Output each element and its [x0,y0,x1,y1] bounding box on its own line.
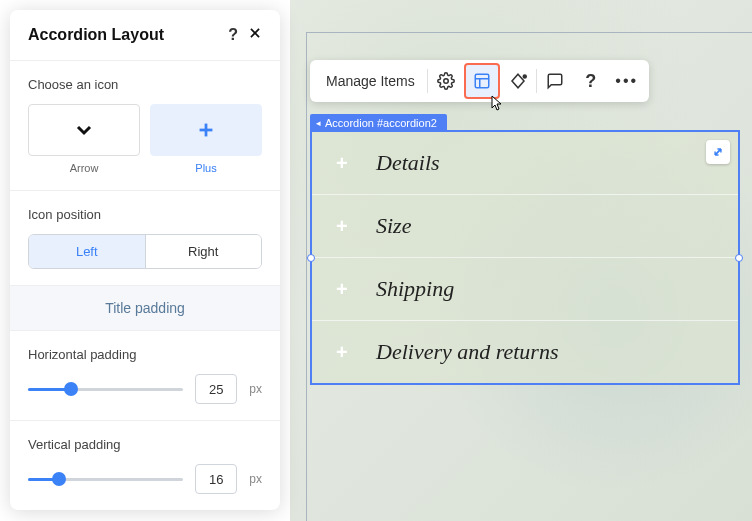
position-left-button[interactable]: Left [29,235,145,268]
resize-handle-right[interactable] [735,254,743,262]
accordion-item[interactable]: + Size [312,195,738,258]
accordion-item-title: Size [376,213,411,239]
plus-icon [195,119,217,141]
plus-icon: + [336,278,356,301]
horizontal-padding-input[interactable] [195,374,237,404]
vertical-padding-label: Vertical padding [28,437,262,452]
horizontal-padding-label: Horizontal padding [28,347,262,362]
close-icon [248,26,262,40]
accordion-item[interactable]: + Details [312,132,738,195]
horizontal-padding-slider[interactable] [28,379,183,399]
accordion-item-title: Delivery and returns [376,339,558,365]
vertical-padding-section: Vertical padding px [10,421,280,510]
unit-label: px [249,382,262,396]
chevron-down-icon [72,118,96,142]
icon-caption-plus: Plus [150,162,262,174]
position-right-button[interactable]: Right [145,235,262,268]
comment-icon [546,72,564,90]
horizontal-padding-section: Horizontal padding px [10,331,280,421]
chevron-left-icon: ◂ [316,118,321,128]
plus-icon: + [336,152,356,175]
layout-panel: Accordion Layout ? Choose an icon Arrow … [10,10,280,510]
gear-icon [437,72,455,90]
settings-button[interactable] [428,63,464,99]
plus-icon: + [336,341,356,364]
manage-items-button[interactable]: Manage Items [314,73,427,89]
cursor-pointer-icon [487,95,503,115]
diamond-icon [509,72,527,90]
icon-position-label: Icon position [28,207,262,222]
icon-position-section: Icon position Left Right [10,191,280,286]
accordion-item-title: Shipping [376,276,454,302]
help-button[interactable]: ? [573,63,609,99]
svg-point-0 [443,79,448,84]
icon-caption-arrow: Arrow [28,162,140,174]
vertical-padding-slider[interactable] [28,469,183,489]
svg-point-4 [523,75,526,78]
position-segmented-control: Left Right [28,234,262,269]
accordion-element[interactable]: + Details + Size + Shipping + Delivery a… [310,130,740,385]
accordion-item[interactable]: + Shipping [312,258,738,321]
choose-icon-label: Choose an icon [28,77,262,92]
unit-label: px [249,472,262,486]
icon-choice-arrow[interactable]: Arrow [28,104,140,174]
layout-button[interactable] [464,63,500,99]
expand-button[interactable] [706,140,730,164]
layout-icon [473,72,491,90]
panel-header: Accordion Layout ? [10,10,280,61]
title-padding-heading: Title padding [10,286,280,331]
panel-title: Accordion Layout [28,26,164,44]
design-button[interactable] [500,63,536,99]
element-toolbar: Manage Items ? ••• [310,60,649,102]
comment-button[interactable] [537,63,573,99]
resize-handle-left[interactable] [307,254,315,262]
vertical-padding-input[interactable] [195,464,237,494]
accordion-item[interactable]: + Delivery and returns [312,321,738,383]
question-icon: ? [585,71,596,92]
accordion-item-title: Details [376,150,440,176]
ellipsis-icon: ••• [615,72,638,90]
plus-icon: + [336,215,356,238]
expand-icon [711,145,725,159]
choose-icon-section: Choose an icon Arrow Plus [10,61,280,191]
more-button[interactable]: ••• [609,63,645,99]
icon-choice-plus[interactable]: Plus [150,104,262,174]
panel-help-button[interactable]: ? [228,26,238,44]
panel-close-button[interactable] [248,26,262,44]
svg-rect-1 [475,74,489,88]
breadcrumb-label: Accordion #accordion2 [325,117,437,129]
